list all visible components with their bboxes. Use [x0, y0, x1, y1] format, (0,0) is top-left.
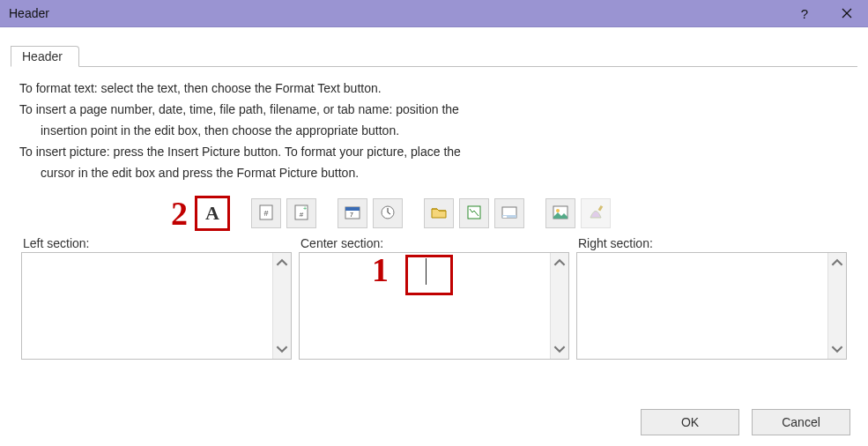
- scroll-up-icon[interactable]: [276, 256, 288, 269]
- right-scrollbar[interactable]: [827, 253, 846, 359]
- right-section-label: Right section:: [578, 236, 847, 250]
- insert-time-button[interactable]: [373, 198, 403, 228]
- ok-button[interactable]: OK: [641, 409, 739, 435]
- format-text-icon: A: [205, 202, 219, 225]
- toolbar: 2 A # +# 7: [19, 196, 849, 231]
- close-icon: [842, 6, 852, 21]
- text-caret: [426, 258, 427, 285]
- insert-picture-icon: [552, 204, 569, 224]
- insert-file-path-button[interactable]: [424, 198, 454, 228]
- svg-rect-16: [503, 216, 507, 218]
- help-icon: ?: [801, 6, 808, 21]
- svg-rect-13: [468, 206, 480, 219]
- header-dialog: Header ? Header To format text: select t…: [0, 0, 868, 446]
- left-section: Left section:: [21, 236, 292, 360]
- instruction-line: To insert picture: press the Insert Pict…: [19, 141, 849, 162]
- ok-button-label: OK: [681, 415, 699, 429]
- center-scrollbar[interactable]: [550, 253, 568, 359]
- svg-rect-19: [598, 204, 604, 211]
- tab-label: Header: [22, 49, 63, 63]
- insert-page-number-button[interactable]: #: [251, 198, 281, 228]
- left-section-label: Left section:: [23, 236, 292, 250]
- total-pages-icon: +#: [293, 204, 310, 224]
- insert-tab-name-button[interactable]: [494, 198, 524, 228]
- svg-text:#: #: [300, 211, 304, 219]
- callout-number-1: 1: [372, 253, 389, 286]
- titlebar: Header ?: [0, 0, 868, 27]
- left-section-input[interactable]: [22, 253, 272, 359]
- instruction-line: cursor in the edit box and press the For…: [19, 162, 849, 183]
- insert-file-name-button[interactable]: [459, 198, 489, 228]
- tab-panel: To format text: select the text, then ch…: [11, 66, 857, 368]
- scroll-down-icon[interactable]: [553, 343, 566, 355]
- callout-box-1: [405, 255, 453, 295]
- window-title: Header: [9, 6, 49, 20]
- time-icon: [379, 204, 397, 224]
- instructions: To format text: select the text, then ch…: [19, 78, 849, 183]
- callout-number-2: 2: [171, 197, 188, 230]
- file-name-icon: [465, 204, 483, 224]
- format-text-button[interactable]: A: [195, 196, 230, 231]
- format-picture-button[interactable]: [581, 198, 611, 228]
- left-section-box: [21, 252, 292, 360]
- cancel-button-label: Cancel: [782, 415, 820, 429]
- titlebar-controls: ?: [783, 0, 868, 26]
- help-button[interactable]: ?: [783, 0, 826, 26]
- date-icon: 7: [344, 204, 361, 224]
- insert-total-pages-button[interactable]: +#: [286, 198, 316, 228]
- cancel-button[interactable]: Cancel: [752, 409, 850, 435]
- right-section: Right section:: [576, 236, 847, 360]
- instruction-line: To insert a page number, date, time, fil…: [19, 99, 849, 120]
- center-section-label: Center section:: [300, 236, 569, 250]
- scroll-down-icon[interactable]: [276, 343, 288, 355]
- right-section-input[interactable]: [577, 253, 827, 359]
- dialog-footer: OK Cancel: [641, 409, 850, 435]
- center-section-box: 1: [299, 252, 569, 360]
- scroll-up-icon[interactable]: [831, 256, 843, 269]
- sections-row: Left section: Center section:: [19, 236, 849, 360]
- tab-strip: Header: [11, 43, 868, 66]
- page-number-icon: #: [257, 204, 275, 224]
- instruction-line: To format text: select the text, then ch…: [19, 78, 849, 99]
- tab-name-icon: [501, 204, 518, 224]
- svg-rect-8: [345, 207, 360, 211]
- scroll-up-icon[interactable]: [553, 256, 566, 269]
- insert-date-button[interactable]: 7: [338, 198, 367, 228]
- scroll-down-icon[interactable]: [831, 343, 843, 355]
- svg-text:7: 7: [350, 212, 353, 218]
- file-path-icon: [430, 204, 448, 224]
- center-section: Center section: 1: [299, 236, 569, 360]
- svg-point-18: [556, 209, 560, 212]
- svg-text:#: #: [263, 209, 268, 218]
- svg-text:+: +: [303, 205, 307, 212]
- instruction-line: insertion point in the edit box, then ch…: [19, 120, 849, 141]
- tab-header[interactable]: Header: [11, 46, 79, 67]
- right-section-box: [576, 252, 847, 360]
- format-picture-icon: [587, 204, 605, 224]
- insert-picture-button[interactable]: [545, 198, 575, 228]
- left-scrollbar[interactable]: [272, 253, 291, 359]
- close-button[interactable]: [826, 0, 868, 26]
